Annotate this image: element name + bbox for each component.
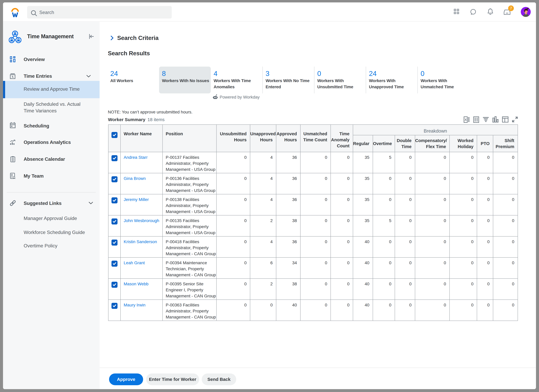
svg-text:X: X: [465, 118, 467, 121]
